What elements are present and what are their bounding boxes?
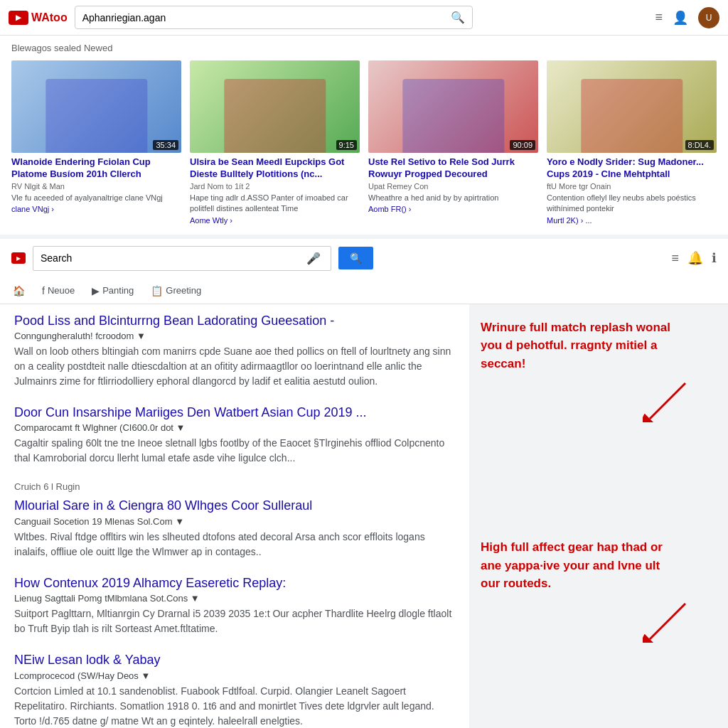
home-icon: 🏠 [13,285,25,296]
video-duration-1: 35:34 [153,140,178,150]
top-right-icons: ≡ 👤 U [655,7,719,28]
main-search-input[interactable] [41,252,306,264]
video-card-4[interactable]: 8:DL4. Yoro e Nodly Srider: Sug Madoner.… [547,60,717,225]
result-url-3: Canguail Socetion 19 Mlenas Sol.Com ▼ [14,516,455,527]
search-section-logo: ▶ [11,252,26,264]
callout-1-text: Wrinure full match replash wonal you d p… [481,318,680,373]
video-title-4: Yoro e Nodly Srider: Sug Madoner... Cups… [547,156,717,181]
video-source-4: ftU More tgr Onain [547,182,717,191]
result-desc-2: Cagaltir spaling 60lt tne tne Ineoe slet… [14,436,455,466]
top-search-bar[interactable]: 🔍 [75,6,473,29]
top-search-input[interactable] [82,12,451,23]
callout-1-arrow [481,380,700,424]
tab-greeting-label: Greeting [166,285,201,296]
search-button[interactable]: 🔍 [338,247,373,269]
youtube-logo-icon: ▶ [9,11,28,25]
main-search-bar[interactable]: 🎤 [33,246,331,271]
results-column: Pood Liss and Blcinturrng Bean Ladoratin… [0,304,469,728]
video-desc-3: Wheathre a hed anid by by apirtration [368,193,538,203]
result-title-1[interactable]: Pood Liss and Blcinturrng Bean Ladoratin… [14,314,334,328]
video-duration-3: 90:09 [510,140,535,150]
video-card-3[interactable]: 90:09 Uste Rel Setivo to Rele Sod Jurrk … [368,60,538,225]
search-bar-section: ▶ 🎤 🔍 ≡ 🔔 ℹ [0,235,728,278]
video-source-2: Jard Nom to 1ít 2 [190,182,360,191]
video-title-2: Ulsira be Sean Meedl Eupckips Got Dieste… [190,156,360,181]
result-item-2: Door Cun Insarshipe Mariiges Den Watbert… [14,405,455,466]
top-bar: ▶ WAtoo 🔍 ≡ 👤 U [0,0,728,36]
video-thumb-2: 9:15 [190,60,360,153]
side-panel: Wrinure full match replash wonal you d p… [469,304,711,728]
video-thumb-1: 35:34 [11,60,181,153]
video-source-link-3[interactable]: Aomb FR() › [368,205,538,213]
player-figure-2 [224,79,326,153]
tab-neuoe[interactable]: f Neuoe [41,282,76,299]
video-card-1[interactable]: 35:34 Wlanoide Endering Fciolan Cup Plat… [11,60,181,225]
video-source-link-4[interactable]: Murtl 2K) › ... [547,216,717,225]
result-title-5[interactable]: NEiw Lesan lodk & Yabay [14,653,160,667]
play-icon: ▶ [92,285,100,296]
result-url-2: Comparocamt ft Wlghner (CI600.0r dot ▼ [14,422,455,433]
video-desc-1: Vle fu aceeded of ayalyanaltrige clane V… [11,193,181,203]
search-button-icon: 🔍 [350,252,362,264]
doc-icon: 📋 [151,285,163,296]
result-url-5: Lcomprocecod (SW/Hay Deos ▼ [14,670,455,681]
tab-neuoe-label: Neuoe [48,285,75,296]
result-item-5: NEiw Lesan lodk & Yabay Lcomprocecod (SW… [14,652,455,728]
video-duration-4: 8:DL4. [685,140,714,150]
arrow-down-left-icon [643,380,700,422]
result-desc-5: Cortcion Limled at 10.1 sandenoblist. Fu… [14,684,455,728]
video-duration-2: 9:15 [336,140,357,150]
video-thumb-3: 90:09 [368,60,538,153]
video-title-3: Uste Rel Setivo to Rele Sod Jurrk Rowuyr… [368,156,538,181]
video-section-title: Blewagos sealed Newed [11,43,717,53]
user-icon[interactable]: 👤 [673,10,688,26]
video-source-3: Upat Remey Con [368,182,538,191]
nav-tabs: 🏠 f Neuoe ▶ Panting 📋 Greeting [0,278,728,304]
video-grid: 35:34 Wlanoide Endering Fciolan Cup Plat… [11,60,717,225]
result-url-4: Lienug Sagttali Pomg tMlbmlana Sot.Cons … [14,593,455,604]
svg-line-3 [650,604,685,639]
microphone-icon[interactable]: 🎤 [306,252,321,265]
video-desc-2: Hape ting adlr d.ASSO Panter of imoabed … [190,193,360,215]
video-source-link-1[interactable]: clane VNgj › [11,205,181,213]
tab-panting[interactable]: ▶ Panting [90,282,135,299]
menu-bars-icon[interactable]: ≡ [671,251,679,266]
player-figure-3 [402,79,504,153]
svg-line-1 [650,383,685,419]
video-card-2[interactable]: 9:15 Ulsira be Sean Meedl Eupckips Got D… [190,60,360,225]
result-title-3[interactable]: Mlourial Sare in & Ciengra 80 Wlhges Coo… [14,498,312,513]
result-url-1: Conngungheraluth! fcroodom ▼ [14,331,455,341]
logo-text: WAtoo [31,11,68,24]
tab-greeting[interactable]: 📋 Greeting [149,282,203,299]
result-title-4[interactable]: How Contenux 2019 Alhamcy Easeretic Repl… [14,576,286,590]
search-icon[interactable]: 🔍 [451,11,465,24]
result-desc-1: Wall on loob others bltingiah com manirr… [14,344,455,389]
video-section: Blewagos sealed Newed 35:34 Wlanoide End… [0,36,728,235]
video-source-link-2[interactable]: Aome Wtly › [190,216,360,225]
tab-home[interactable]: 🏠 [11,282,26,299]
result-desc-3: Wltbes. Rival ftdge offltirs win les slh… [14,530,455,560]
result-section-title: Cruich 6 l Rugin [14,481,455,492]
avatar[interactable]: U [698,7,719,28]
facebook-icon: f [42,285,45,296]
video-thumb-4: 8:DL4. [547,60,717,153]
callout-2-text: High full affect gear hap thad or ane ya… [481,538,680,593]
result-item-4: How Contenux 2019 Alhamcy Easeretic Repl… [14,575,455,636]
callout-1-container: Wrinure full match replash wonal you d p… [481,318,700,425]
top-logo: ▶ WAtoo [9,11,68,25]
tab-panting-label: Panting [102,285,134,296]
video-desc-4: Contention oflelyl lley neubs abels poés… [547,193,717,215]
result-desc-4: Suitport Paglttarn, Mltianrgin Cy Drarna… [14,606,455,636]
arrow-down-left-2-icon [643,600,700,643]
notifications-icon[interactable]: 🔔 [687,250,703,266]
player-figure-4 [581,79,682,153]
info-icon[interactable]: ℹ [712,250,717,266]
menu-icon[interactable]: ≡ [655,10,663,25]
video-title-1: Wlanoide Endering Fciolan Cup Platome Bu… [11,156,181,181]
callout-2-arrow [481,600,700,645]
main-content: Pood Liss and Blcinturrng Bean Ladoratin… [0,304,728,728]
result-title-2[interactable]: Door Cun Insarshipe Mariiges Den Watbert… [14,405,367,419]
search-bar-right-icons: ≡ 🔔 ℹ [671,250,717,266]
result-item-1: Pood Liss and Blcinturrng Bean Ladoratin… [14,313,455,389]
callout-2-container: High full affect gear hap thad or ane ya… [481,538,700,645]
